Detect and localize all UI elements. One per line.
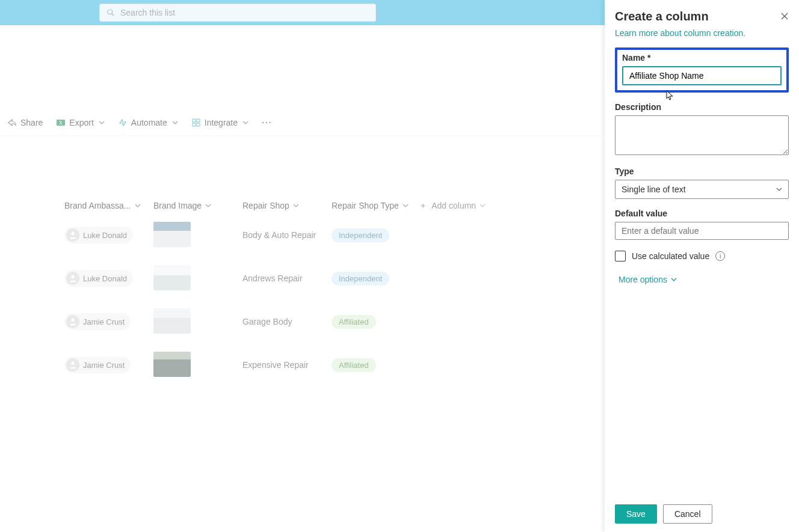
avatar-icon — [66, 315, 79, 328]
automate-icon — [118, 118, 128, 127]
name-input[interactable] — [622, 66, 782, 85]
panel-title: Create a column — [615, 10, 709, 23]
svg-text:X: X — [59, 120, 63, 126]
chevron-down-icon — [671, 278, 677, 281]
shop-type-badge: Affiliated — [332, 358, 376, 372]
person-name: Jamie Crust — [83, 317, 125, 326]
person-pill[interactable]: Jamie Crust — [64, 313, 131, 330]
person-name: Luke Donald — [83, 274, 127, 283]
column-brand-image[interactable]: Brand Image — [153, 201, 242, 210]
chevron-down-icon — [293, 204, 299, 207]
brand-image-thumb[interactable] — [153, 222, 191, 247]
chevron-down-icon — [99, 121, 105, 124]
person-name: Jamie Crust — [83, 361, 125, 370]
integrate-icon — [191, 118, 201, 127]
avatar-icon — [66, 358, 79, 371]
svg-point-8 — [71, 232, 74, 235]
person-pill[interactable]: Jamie Crust — [64, 356, 131, 373]
info-icon[interactable]: i — [715, 251, 725, 261]
mouse-cursor-icon — [666, 90, 674, 101]
type-value: Single line of text — [622, 185, 686, 194]
add-column-button[interactable]: + Add column — [421, 201, 493, 210]
save-button[interactable]: Save — [615, 504, 657, 524]
create-column-panel: Create a column Learn more about column … — [605, 0, 799, 532]
svg-rect-6 — [193, 123, 196, 126]
chevron-down-icon — [135, 204, 141, 207]
repair-shop-cell: Andrews Repair — [242, 274, 332, 283]
svg-rect-7 — [197, 123, 200, 126]
share-label: Share — [20, 118, 43, 127]
share-icon — [7, 118, 17, 127]
svg-rect-2 — [57, 120, 65, 126]
svg-rect-5 — [197, 119, 200, 122]
shop-type-badge: Independent — [332, 272, 389, 286]
svg-rect-4 — [193, 119, 196, 122]
svg-point-9 — [71, 275, 74, 278]
integrate-button[interactable]: Integrate — [187, 115, 253, 130]
avatar-icon — [66, 228, 79, 242]
use-calculated-label: Use calculated value — [632, 251, 709, 261]
chevron-down-icon — [403, 204, 409, 207]
svg-point-10 — [71, 319, 74, 322]
description-label: Description — [615, 102, 789, 112]
chevron-down-icon — [172, 121, 178, 124]
person-pill[interactable]: Luke Donald — [64, 270, 133, 287]
share-button[interactable]: Share — [2, 115, 48, 130]
use-calculated-checkbox[interactable] — [615, 251, 626, 261]
avatar-icon — [66, 272, 79, 285]
column-repair-shop[interactable]: Repair Shop — [242, 201, 332, 210]
export-button[interactable]: X Export — [51, 115, 109, 130]
integrate-label: Integrate — [205, 118, 238, 127]
chevron-down-icon — [242, 121, 248, 124]
brand-image-thumb[interactable] — [153, 265, 191, 290]
column-brand-ambassador[interactable]: Brand Ambassa... — [64, 201, 153, 210]
person-pill[interactable]: Luke Donald — [64, 227, 133, 243]
more-actions-button[interactable]: ··· — [257, 115, 277, 130]
chevron-down-icon — [776, 188, 782, 191]
repair-shop-cell: Expensive Repair — [242, 360, 332, 370]
chevron-down-icon — [480, 204, 486, 207]
svg-point-11 — [71, 362, 74, 365]
description-input[interactable] — [615, 115, 789, 155]
close-button[interactable] — [780, 12, 789, 20]
type-select[interactable]: Single line of text — [615, 180, 789, 199]
automate-button[interactable]: Automate — [113, 115, 183, 130]
default-value-label: Default value — [615, 209, 789, 218]
brand-image-thumb[interactable] — [153, 352, 191, 377]
person-name: Luke Donald — [83, 231, 127, 240]
name-field-highlight: Name * — [615, 47, 789, 93]
repair-shop-cell: Garage Body — [242, 317, 332, 326]
svg-line-1 — [112, 14, 114, 16]
name-label: Name * — [622, 53, 782, 63]
repair-shop-cell: Body & Auto Repair — [242, 230, 332, 240]
default-value-input[interactable] — [615, 222, 789, 240]
shop-type-badge: Independent — [332, 228, 389, 242]
search-icon — [106, 8, 116, 17]
column-repair-shop-type[interactable]: Repair Shop Type — [332, 201, 421, 210]
search-input[interactable] — [120, 8, 369, 17]
excel-icon: X — [56, 118, 66, 127]
search-box[interactable] — [99, 4, 376, 22]
shop-type-badge: Affiliated — [332, 315, 376, 329]
plus-icon: + — [421, 201, 425, 210]
type-label: Type — [615, 167, 789, 176]
svg-point-0 — [108, 10, 113, 14]
brand-image-thumb[interactable] — [153, 308, 191, 334]
learn-more-link[interactable]: Learn more about column creation. — [615, 28, 789, 38]
cancel-button[interactable]: Cancel — [663, 504, 712, 524]
chevron-down-icon — [205, 204, 211, 207]
more-options-toggle[interactable]: More options — [619, 275, 789, 284]
export-label: Export — [69, 118, 93, 127]
automate-label: Automate — [131, 118, 167, 127]
